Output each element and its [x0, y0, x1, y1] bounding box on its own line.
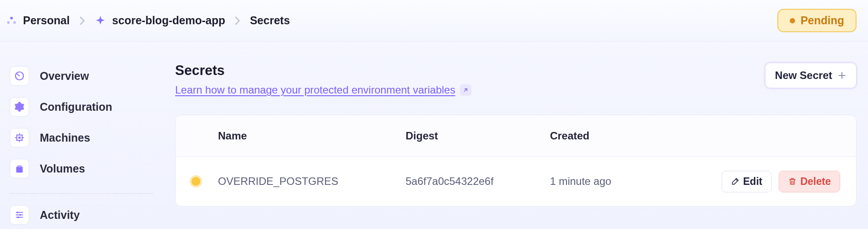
svg-point-2 [13, 21, 16, 24]
breadcrumb-app-label: score-blog-demo-app [112, 14, 226, 27]
breadcrumb-app[interactable]: score-blog-demo-app [95, 14, 226, 27]
sidebar-item-label: Machines [40, 131, 90, 144]
edit-label: Edit [743, 176, 762, 188]
status-badge: Pending [777, 9, 857, 32]
new-secret-label: New Secret [775, 69, 832, 82]
svg-point-8 [17, 216, 19, 218]
edit-button[interactable]: Edit [722, 171, 772, 192]
sidebar-item-label: Volumes [40, 162, 85, 175]
breadcrumb-org-label: Personal [23, 14, 70, 27]
cell-digest: 5a6f7a0c54322e6f [405, 175, 550, 188]
svg-point-6 [16, 211, 18, 213]
sidebar-item-label: Configuration [40, 101, 112, 113]
sidebar-item-machines[interactable]: Machines [10, 128, 154, 147]
sidebar-divider [10, 193, 154, 194]
sidebar-item-volumes[interactable]: Volumes [10, 159, 154, 178]
breadcrumb-org[interactable]: Personal [6, 14, 70, 27]
breadcrumb-section[interactable]: Secrets [250, 14, 290, 27]
org-icon [6, 15, 17, 26]
edit-icon [731, 177, 740, 186]
page-title: Secrets [175, 63, 471, 79]
secret-status-dot-icon [191, 177, 200, 186]
title-block: Secrets Learn how to manage your protect… [175, 63, 471, 96]
sidebar-item-overview[interactable]: Overview [10, 66, 154, 86]
row-actions: Edit Delete [694, 171, 840, 192]
cell-created: 1 minute ago [550, 175, 694, 188]
col-name: Name [218, 130, 405, 142]
trash-icon [788, 177, 797, 186]
svg-point-1 [7, 21, 10, 24]
help-link[interactable]: Learn how to manage your protected envir… [175, 84, 471, 96]
cpu-icon [10, 128, 29, 147]
delete-label: Delete [800, 176, 831, 188]
table-row: OVERRIDE_POSTGRES 5a6f7a0c54322e6f 1 min… [176, 157, 856, 206]
main-header: Secrets Learn how to manage your protect… [175, 63, 857, 96]
svg-rect-5 [19, 137, 21, 139]
sidebar: Overview Configuration Machines [0, 41, 164, 229]
sidebar-item-label: Overview [40, 70, 89, 83]
gauge-icon [10, 66, 29, 86]
activity-icon [10, 205, 29, 225]
sidebar-item-configuration[interactable]: Configuration [10, 97, 154, 116]
breadcrumb-section-label: Secrets [250, 14, 290, 27]
table-header: Name Digest Created [176, 115, 856, 157]
gear-icon [10, 97, 29, 116]
help-link-text: Learn how to manage your protected envir… [175, 84, 455, 96]
page-body: Overview Configuration Machines [0, 41, 868, 229]
chevron-right-icon [235, 16, 240, 25]
volume-icon [10, 159, 29, 178]
external-link-icon [460, 84, 471, 96]
breadcrumb: Personal score-blog-demo-app Secrets [6, 14, 290, 27]
sparkle-icon [95, 15, 106, 26]
plus-icon [837, 71, 846, 80]
col-digest: Digest [405, 130, 550, 142]
secrets-table: Name Digest Created OVERRIDE_POSTGRES 5a… [175, 115, 857, 206]
col-created: Created [550, 130, 694, 142]
status-dot-icon [790, 18, 795, 23]
new-secret-button[interactable]: New Secret [765, 63, 857, 88]
svg-point-0 [10, 17, 13, 19]
topbar: Personal score-blog-demo-app Secrets Pen… [0, 0, 868, 41]
status-label: Pending [800, 14, 844, 27]
cell-name: OVERRIDE_POSTGRES [218, 175, 405, 188]
sidebar-item-label: Activity [40, 209, 80, 221]
svg-point-7 [19, 214, 21, 216]
main-content: Secrets Learn how to manage your protect… [164, 41, 868, 229]
chevron-right-icon [80, 16, 85, 25]
sidebar-item-activity[interactable]: Activity [10, 205, 154, 225]
delete-button[interactable]: Delete [779, 171, 840, 192]
